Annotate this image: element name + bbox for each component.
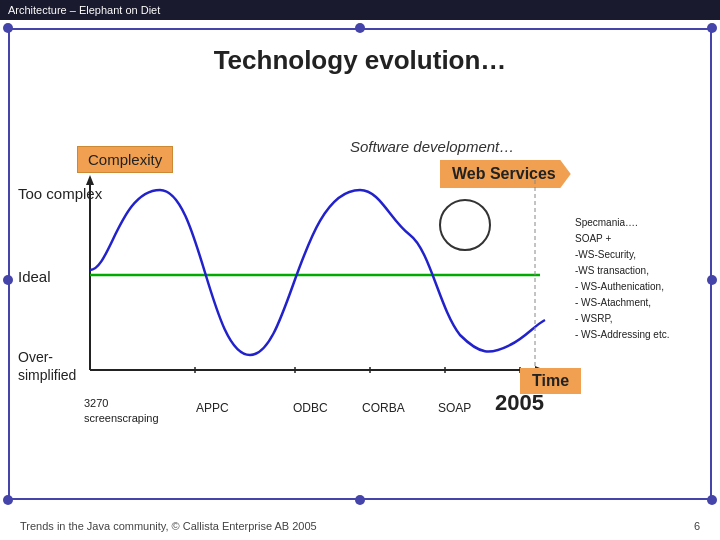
annotation-item: SOAP + xyxy=(575,231,669,247)
annotation-item: - WSRP, xyxy=(575,311,669,327)
annotation-item: -WS-Security, xyxy=(575,247,669,263)
footer: Trends in the Java community, © Callista… xyxy=(20,520,700,532)
annotations-list: Specmania…. SOAP + -WS-Security, -WS tra… xyxy=(575,215,669,343)
corner-dot-tl xyxy=(3,23,13,33)
tech-label-corba: CORBA xyxy=(362,401,405,415)
annotation-item: Specmania…. xyxy=(575,215,669,231)
tech-label-3270: 3270screenscraping xyxy=(84,396,159,427)
annotation-item: - WS-Authenication, xyxy=(575,279,669,295)
ideal-label: Ideal xyxy=(18,268,51,285)
tech-label-soap: SOAP xyxy=(438,401,471,415)
tech-label-appc: APPC xyxy=(196,401,229,415)
circle-annotation xyxy=(435,195,495,255)
annotation-item: -WS transaction, xyxy=(575,263,669,279)
corner-dot-bl xyxy=(3,495,13,505)
complexity-label: Complexity xyxy=(77,146,173,173)
corner-dot-br xyxy=(707,495,717,505)
slide-title: Technology evolution… xyxy=(214,45,507,76)
slide-area: Technology evolution… Complexity Softwar… xyxy=(0,20,720,540)
corner-dot-bm xyxy=(355,495,365,505)
corner-dot-tm xyxy=(355,23,365,33)
corner-dot-ml xyxy=(3,275,13,285)
svg-marker-1 xyxy=(86,175,94,185)
year-label: 2005 xyxy=(495,390,544,416)
annotation-item: - WS-Atachment, xyxy=(575,295,669,311)
over-simplified-label: Over-simplified xyxy=(18,348,76,384)
titlebar: Architecture – Elephant on Diet xyxy=(0,0,720,20)
titlebar-text: Architecture – Elephant on Diet xyxy=(8,4,160,16)
chart-svg xyxy=(80,170,580,400)
tech-label-odbc: ODBC xyxy=(293,401,328,415)
annotation-item: - WS-Addressing etc. xyxy=(575,327,669,343)
corner-dot-mr xyxy=(707,275,717,285)
footer-left: Trends in the Java community, © Callista… xyxy=(20,520,317,532)
footer-right: 6 xyxy=(694,520,700,532)
corner-dot-tr xyxy=(707,23,717,33)
software-development-label: Software development… xyxy=(350,138,514,155)
svg-point-11 xyxy=(440,200,490,250)
